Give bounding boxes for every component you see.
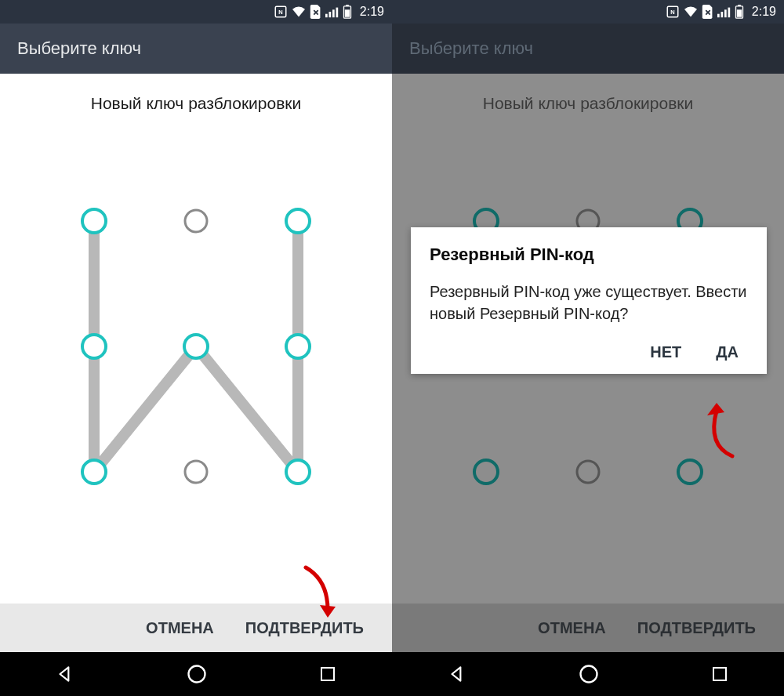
- backup-pin-dialog: Резервный PIN-код Резервный PIN-код уже …: [411, 227, 767, 374]
- svg-point-25: [678, 460, 702, 484]
- pattern-grid[interactable]: [0, 121, 392, 604]
- svg-point-26: [580, 666, 597, 683]
- svg-rect-16: [728, 8, 730, 18]
- back-icon[interactable]: [55, 664, 75, 684]
- annotation-arrow-right: [693, 400, 748, 462]
- back-icon[interactable]: [447, 664, 467, 684]
- pattern-node-5[interactable]: [286, 335, 310, 358]
- screen-title: Выберите ключ: [392, 24, 784, 74]
- status-bar: N 2:19: [0, 0, 392, 24]
- pattern-node-0[interactable]: [82, 209, 106, 233]
- sim-x-icon: [310, 5, 322, 19]
- dialog-yes-button[interactable]: ДА: [716, 343, 739, 361]
- pattern-node-6[interactable]: [82, 460, 106, 484]
- nfc-icon: N: [666, 5, 680, 19]
- svg-rect-14: [720, 12, 723, 17]
- svg-rect-8: [345, 9, 350, 16]
- nav-bar: [392, 652, 784, 696]
- home-icon[interactable]: [186, 663, 208, 685]
- status-bar: N 2:19: [392, 0, 784, 24]
- wifi-icon: [291, 5, 307, 18]
- status-time: 2:19: [752, 5, 776, 19]
- confirm-button: ПОДТВЕРДИТЬ: [637, 619, 756, 637]
- footer-bar: ОТМЕНА ПОДТВЕРДИТЬ: [392, 604, 784, 652]
- svg-point-9: [188, 666, 205, 683]
- sim-x-icon: [702, 5, 714, 19]
- dialog-title: Резервный PIN-код: [430, 245, 748, 265]
- svg-rect-19: [737, 9, 742, 16]
- svg-rect-4: [332, 9, 335, 17]
- pattern-node-8[interactable]: [286, 460, 310, 484]
- nfc-icon: N: [274, 5, 288, 19]
- svg-point-24: [577, 461, 599, 483]
- status-time: 2:19: [360, 5, 384, 19]
- screen-title: Выберите ключ: [0, 24, 392, 74]
- svg-text:N: N: [278, 9, 282, 16]
- cancel-button[interactable]: ОТМЕНА: [146, 619, 214, 637]
- svg-text:N: N: [670, 9, 674, 16]
- pattern-node-3[interactable]: [82, 335, 106, 358]
- dialog-message: Резервный PIN-код уже существует. Ввести…: [430, 281, 748, 324]
- signal-icon: [717, 5, 731, 18]
- nav-bar: [0, 652, 392, 696]
- recent-icon[interactable]: [318, 665, 337, 683]
- pattern-node-2[interactable]: [286, 209, 310, 233]
- svg-rect-13: [717, 14, 720, 18]
- annotation-arrow-left: [296, 564, 343, 627]
- battery-icon: [735, 5, 744, 19]
- recent-icon[interactable]: [710, 665, 729, 683]
- instruction-text: Новый ключ разблокировки: [0, 74, 392, 121]
- instruction-text: Новый ключ разблокировки: [392, 74, 784, 121]
- svg-rect-2: [325, 14, 328, 18]
- pattern-node-7[interactable]: [185, 461, 207, 483]
- cancel-button: ОТМЕНА: [538, 619, 606, 637]
- dialog-no-button[interactable]: НЕТ: [650, 343, 681, 361]
- svg-rect-27: [713, 668, 726, 680]
- pattern-lock[interactable]: [0, 121, 392, 604]
- svg-rect-15: [724, 9, 727, 17]
- svg-rect-5: [336, 8, 338, 18]
- home-icon[interactable]: [578, 663, 600, 685]
- phone-right: N 2:19 Выберите ключ Новый ключ разблоки…: [392, 0, 784, 696]
- pattern-node-1[interactable]: [185, 210, 207, 232]
- battery-icon: [343, 5, 352, 19]
- pattern-node-4[interactable]: [184, 335, 208, 358]
- signal-icon: [325, 5, 339, 18]
- wifi-icon: [683, 5, 699, 18]
- svg-rect-10: [321, 668, 334, 680]
- content-area: Новый ключ разблокировки: [0, 74, 392, 604]
- phone-left: N 2:19 Выберите ключ Новый ключ разблоки…: [0, 0, 392, 696]
- svg-rect-3: [328, 12, 331, 17]
- svg-point-23: [474, 460, 498, 484]
